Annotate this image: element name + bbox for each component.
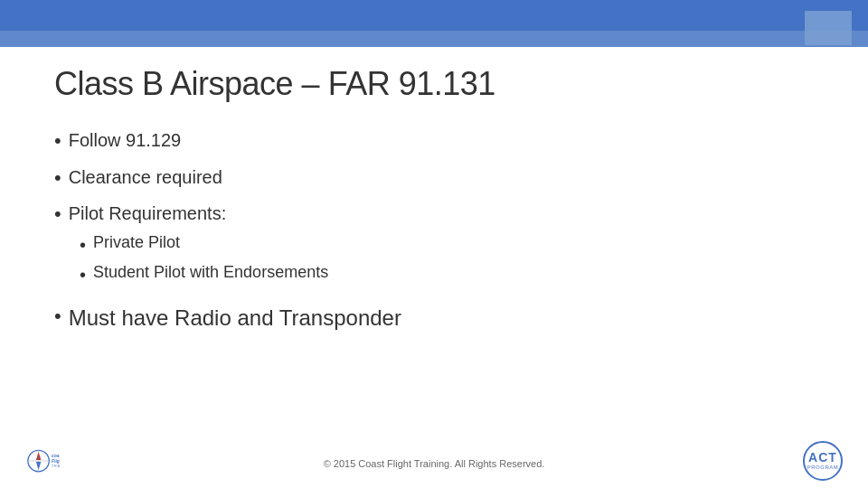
- sub-bullet-text-1: Private Pilot: [93, 233, 180, 252]
- footer: © 2015 Coast Flight Training. All Rights…: [0, 438, 868, 488]
- bullet-text-3: Pilot Requirements:: [69, 202, 227, 226]
- bullet-dot-3: •: [54, 202, 61, 228]
- logo-coastflight-inner: coast Flight TRAINING: [27, 448, 60, 474]
- svg-text:coast: coast: [52, 454, 60, 458]
- footer-copyright: © 2015 Coast Flight Training. All Rights…: [324, 458, 545, 469]
- logo-act: ACT PROGRAM: [796, 440, 850, 481]
- sub-bullet-item-2: • Student Pilot with Endorsements: [80, 263, 328, 287]
- sub-bullet-text-2: Student Pilot with Endorsements: [93, 263, 328, 282]
- svg-text:Flight: Flight: [52, 459, 60, 464]
- sub-bullet-dot-2: •: [80, 263, 86, 287]
- airplane-icon: coast Flight TRAINING: [27, 448, 60, 474]
- bullet-dot-1: •: [54, 128, 61, 155]
- bullet-list: • Follow 91.129 • Clearance required • P…: [54, 128, 814, 333]
- sub-bullet-list: • Private Pilot • Student Pilot with End…: [54, 233, 328, 293]
- sub-bullet-dot-1: •: [80, 233, 86, 258]
- bullet-item-2: • Clearance required: [54, 165, 814, 192]
- bullet-item-1: • Follow 91.129: [54, 128, 814, 155]
- logo-coastflight: coast Flight TRAINING: [27, 443, 108, 479]
- bullet-dot-4: •: [54, 304, 61, 330]
- svg-marker-4: [36, 462, 41, 470]
- header-bar-inner: [0, 31, 868, 47]
- main-content: Class B Airspace – FAR 91.131 • Follow 9…: [54, 65, 814, 434]
- accent-box: [805, 11, 852, 45]
- header-bar: [0, 0, 868, 47]
- bullet-dot-2: •: [54, 165, 61, 192]
- bullet-item-3: • Pilot Requirements: • Private Pilot • …: [54, 202, 814, 293]
- svg-text:TRAINING: TRAINING: [52, 465, 60, 468]
- slide-title: Class B Airspace – FAR 91.131: [54, 65, 814, 103]
- bullet-item-4: • Must have Radio and Transponder: [54, 304, 814, 333]
- act-subtext: PROGRAM: [807, 465, 839, 471]
- bullet-text-2: Clearance required: [69, 165, 222, 190]
- bullet-text-4: Must have Radio and Transponder: [69, 304, 401, 333]
- act-logo-circle: ACT PROGRAM: [803, 441, 843, 481]
- sub-bullet-item-1: • Private Pilot: [80, 233, 328, 258]
- bullet-text-1: Follow 91.129: [69, 128, 182, 153]
- act-text: ACT: [808, 451, 837, 465]
